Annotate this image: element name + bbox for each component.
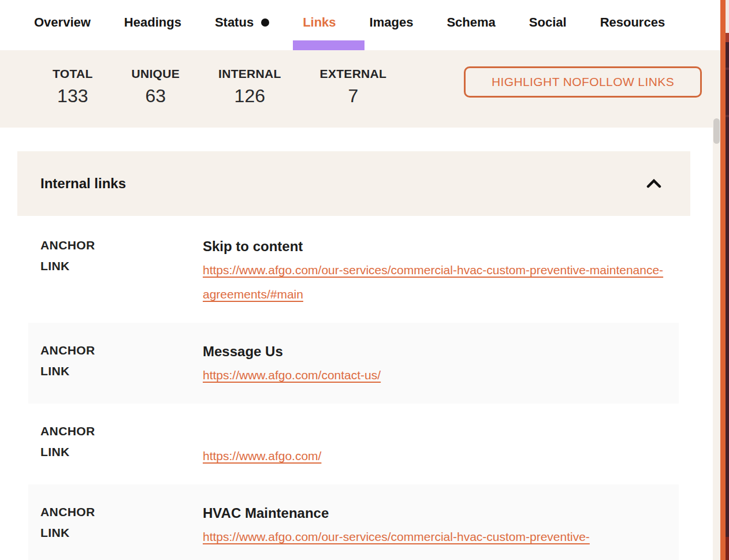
nav-tab-schema[interactable]: Schema — [447, 16, 495, 29]
stat-label: UNIQUE — [132, 66, 180, 81]
nav-tab-images[interactable]: Images — [370, 16, 414, 29]
chevron-up-icon — [646, 179, 661, 188]
nav-tab-headings[interactable]: Headings — [124, 16, 181, 29]
link-details: Skip to content https://www.afgo.com/our… — [203, 235, 679, 307]
link-type-label: ANCHOR LINK — [40, 340, 203, 387]
link-row: ANCHOR LINK Message Us https://www.afgo.… — [28, 323, 679, 404]
nav-tab-social[interactable]: Social — [529, 16, 567, 29]
status-dot-icon — [261, 18, 269, 27]
active-tab-underline — [293, 40, 364, 51]
link-url[interactable]: https://www.afgo.com/contact-us/ — [203, 363, 679, 387]
scrollbar-thumb[interactable] — [713, 118, 720, 144]
stat-value: 63 — [132, 86, 180, 106]
stat-value: 133 — [53, 86, 93, 106]
highlight-nofollow-links-button[interactable]: HIGHLIGHT NOFOLLOW LINKS — [464, 66, 702, 98]
links-panel: Internal links ANCHOR LINK Skip to conte… — [0, 151, 713, 560]
link-row: ANCHOR LINK https://www.afgo.com/ — [28, 404, 679, 484]
stat-value: 7 — [320, 86, 387, 106]
nav-tab-label: Social — [529, 16, 567, 29]
nav-tab-label: Schema — [447, 16, 495, 29]
nav-tab-overview[interactable]: Overview — [34, 16, 91, 29]
link-url[interactable]: https://www.afgo.com/ — [203, 444, 679, 468]
stat-item-internal: INTERNAL 126 — [218, 66, 281, 128]
stat-item-external: EXTERNAL 7 — [320, 66, 387, 128]
link-anchor-text: Skip to content — [203, 235, 679, 258]
link-url[interactable]: https://www.afgo.com/our-services/commer… — [203, 258, 679, 307]
stat-item-unique: UNIQUE 63 — [132, 66, 180, 128]
nav-tab-label: Links — [303, 16, 336, 29]
underlying-page-strip — [720, 0, 729, 560]
nav-tab-label: Headings — [124, 16, 181, 29]
stat-value: 126 — [218, 86, 281, 106]
link-type-label: ANCHOR LINK — [40, 502, 203, 549]
stat-label: TOTAL — [53, 66, 93, 81]
nav-tab-label: Images — [370, 16, 414, 29]
link-row: ANCHOR LINK Skip to content https://www.… — [28, 218, 679, 323]
nav-tab-label: Resources — [600, 16, 665, 29]
stats-bar: TOTAL 133 UNIQUE 63 INTERNAL 126 EXTERNA… — [0, 50, 720, 128]
link-type-label: ANCHOR LINK — [40, 421, 203, 468]
link-anchor-text — [203, 421, 679, 444]
nav-tab-label: Status — [215, 16, 254, 29]
link-type-label: ANCHOR LINK — [40, 235, 203, 307]
link-details: HVAC Maintenance https://www.afgo.com/ou… — [203, 502, 679, 549]
nav-tab-label: Overview — [34, 16, 91, 29]
link-anchor-text: Message Us — [203, 340, 679, 363]
nav-tab-status[interactable]: Status — [215, 16, 269, 29]
link-anchor-text: HVAC Maintenance — [203, 502, 679, 525]
link-row: ANCHOR LINK HVAC Maintenance https://www… — [28, 484, 679, 560]
internal-links-section-header[interactable]: Internal links — [17, 151, 690, 216]
stat-item-total: TOTAL 133 — [53, 66, 93, 128]
stat-label: INTERNAL — [218, 66, 281, 81]
section-title: Internal links — [40, 176, 126, 192]
link-url[interactable]: https://www.afgo.com/our-services/commer… — [203, 525, 679, 549]
link-details: https://www.afgo.com/ — [203, 421, 679, 468]
collapse-section-button[interactable] — [644, 175, 664, 192]
link-details: Message Us https://www.afgo.com/contact-… — [203, 340, 679, 387]
nav-tab-links[interactable]: Links — [303, 16, 336, 29]
underlying-page-background — [726, 0, 729, 560]
internal-links-list: ANCHOR LINK Skip to content https://www.… — [0, 218, 713, 560]
underlying-page-border — [720, 0, 726, 560]
scrollbar-track[interactable] — [713, 128, 720, 560]
stat-label: EXTERNAL — [320, 66, 387, 81]
nav-tab-resources[interactable]: Resources — [600, 16, 665, 29]
